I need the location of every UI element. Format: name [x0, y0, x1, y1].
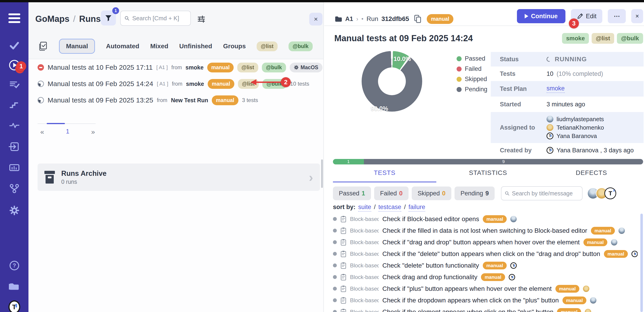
test-list-item[interactable]: Block-based...Check if the "delete" butt… — [333, 248, 638, 260]
test-title: Check if "plus" button appears when hove… — [382, 285, 552, 292]
breadcrumb-project[interactable]: GoMaps — [35, 14, 70, 24]
run-tags: smoke@list@bulk — [562, 33, 643, 44]
tab-tests[interactable]: TESTS — [333, 169, 436, 182]
summary-row-created: Created by TYana Baranova , 3 days ago — [491, 143, 644, 158]
sort-by-suite[interactable]: suite — [358, 204, 371, 212]
tab-statistics[interactable]: STATISTICS — [436, 169, 540, 182]
tests-search[interactable] — [501, 186, 582, 200]
test-plans-icon[interactable] — [8, 79, 20, 91]
assignee-filter-avatars[interactable]: T — [587, 188, 616, 199]
legend-item-passed: Passed — [456, 55, 487, 62]
test-status-icon — [333, 252, 337, 256]
test-list-item[interactable]: Block-based...Check if Block-based edito… — [333, 213, 638, 225]
test-status-icon — [333, 264, 337, 267]
copy-icon[interactable] — [414, 15, 421, 23]
test-suite-label: Block-based... — [350, 286, 379, 292]
test-list-item[interactable]: Block-based...Check if the filled in dat… — [333, 225, 638, 236]
test-assignee-avatar: T — [509, 274, 515, 280]
test-plan-link[interactable]: smoke — [546, 85, 565, 93]
projects-folder-icon[interactable] — [8, 280, 20, 292]
run-status-dot: • — [362, 16, 363, 22]
requirements-icon[interactable] — [8, 182, 20, 194]
test-list-item[interactable]: Block-based...Check "delete" button func… — [333, 260, 638, 271]
legend-label: Skipped — [465, 76, 487, 83]
run-source: New Test Run — [171, 97, 208, 104]
run-ref: [ A1 ] — [157, 81, 168, 87]
run-title: Manual tests at 09 Feb 2025 14:24 — [334, 34, 473, 43]
breadcrumb-suite[interactable]: A1 — [345, 16, 353, 22]
run-tag-bulk[interactable]: @bulk — [617, 33, 643, 44]
legend-label: Passed — [465, 55, 485, 62]
close-icon: × — [314, 15, 318, 23]
tag-filter-bulk[interactable]: @bulk — [288, 42, 313, 51]
continue-button[interactable]: Continue — [517, 9, 566, 23]
archive-title: Runs Archive — [61, 170, 106, 178]
run-tag-list[interactable]: @list — [592, 33, 614, 44]
sort-by-testcase[interactable]: testcase — [378, 204, 402, 212]
bulk-edit-icon[interactable] — [38, 41, 48, 52]
test-type-badge: manual — [562, 296, 586, 304]
test-type-badge: manual — [584, 238, 608, 246]
chevron-right-icon: › — [309, 170, 313, 185]
run-list-item[interactable]: Manual tests at 09 Feb 2025 14:24[ A1 ]f… — [28, 76, 323, 92]
tests-search-input[interactable] — [512, 190, 579, 197]
legend-dot — [456, 66, 462, 72]
help-icon[interactable]: ? — [8, 260, 20, 272]
assignee-name: liudmylastepanets — [556, 116, 604, 123]
breadcrumb-chevron-icon: › — [356, 16, 358, 22]
user-avatar[interactable]: T — [8, 301, 20, 312]
runs-archive-card[interactable]: Runs Archive 0 runs › — [38, 164, 320, 191]
test-status-icon — [333, 217, 337, 221]
runs-search[interactable] — [120, 11, 191, 26]
run-tab-manual[interactable]: Manual — [59, 39, 95, 54]
test-list-item[interactable]: Block-based...Check if "plus" button app… — [333, 283, 638, 294]
right-panel-scrollbar[interactable] — [640, 214, 643, 312]
run-tab-unfinished[interactable]: Unfinished — [179, 42, 212, 50]
runs-search-input[interactable] — [132, 15, 187, 22]
filter-pending-button[interactable]: Pending9 — [454, 186, 494, 200]
activity-icon[interactable] — [8, 119, 20, 131]
run-list-item[interactable]: Manual tests at 10 Feb 2025 17:11[ A1 ]f… — [28, 59, 323, 76]
close-detail-button[interactable]: × — [631, 9, 643, 23]
milestones-steps-icon[interactable] — [8, 99, 20, 111]
tab-defects[interactable]: DEFECTS — [540, 169, 643, 182]
run-summary-table: Status RUNNING Tests 10(10% completed) T… — [491, 52, 644, 158]
view-settings-icon[interactable] — [196, 14, 206, 25]
pagination: « 1 » — [40, 128, 95, 136]
avatar-logo[interactable]: T — [604, 188, 616, 199]
test-list-item[interactable]: Block-based...Check if the element appea… — [333, 306, 638, 312]
menu-icon[interactable] — [8, 12, 20, 24]
runs-list-panel: GoMaps / Runs 1 × ManualAutomatedMixedUn… — [28, 2, 324, 312]
legend-item-pending: Pending — [456, 86, 487, 93]
run-list-item[interactable]: Manual tests at 09 Feb 2025 13:25fromNew… — [28, 92, 323, 108]
pagination-prev[interactable]: « — [40, 128, 44, 136]
test-list-item[interactable]: Block-based...Check drag and drop functi… — [333, 271, 638, 283]
pagination-next[interactable]: » — [91, 128, 95, 136]
left-panel-scrollbar[interactable] — [321, 160, 323, 188]
run-tag-smoke[interactable]: smoke — [562, 33, 589, 44]
run-badge-list: @list — [237, 63, 258, 72]
filter-failed-button[interactable]: Failed0 — [374, 186, 408, 200]
test-title: Check if the element appears when click … — [382, 308, 553, 312]
test-title: Check if the filled in data is not lost … — [382, 227, 587, 234]
filter-passed-button[interactable]: Passed1 — [333, 186, 371, 200]
sort-by-failure[interactable]: failure — [408, 204, 426, 212]
run-badge-manual: manual — [207, 63, 234, 72]
test-cases-icon[interactable] — [8, 40, 20, 52]
results-donut-chart: 10.0% 90.0% — [362, 51, 422, 112]
test-title: Check "delete" button functionality — [382, 262, 479, 269]
pagination-page-1[interactable]: 1 — [66, 128, 69, 136]
run-tab-mixed[interactable]: Mixed — [150, 42, 168, 50]
run-tab-groups[interactable]: Groups — [223, 42, 246, 50]
tag-filter-list[interactable]: @list — [257, 42, 278, 51]
shared-steps-icon[interactable] — [8, 141, 20, 152]
run-tab-automated[interactable]: Automated — [106, 42, 139, 50]
reports-icon[interactable] — [8, 162, 20, 174]
more-actions-button[interactable]: ⋯ — [608, 9, 626, 23]
test-list-item[interactable]: Block-based...Check if "drag and drop" b… — [333, 236, 638, 248]
settings-gear-icon[interactable] — [8, 204, 20, 216]
filter-skipped-button[interactable]: Skipped0 — [412, 186, 452, 200]
test-list-item[interactable]: Block-based...Check if the dropdown appe… — [333, 294, 638, 306]
search-icon — [505, 190, 510, 196]
close-panel-button[interactable]: × — [309, 13, 322, 26]
